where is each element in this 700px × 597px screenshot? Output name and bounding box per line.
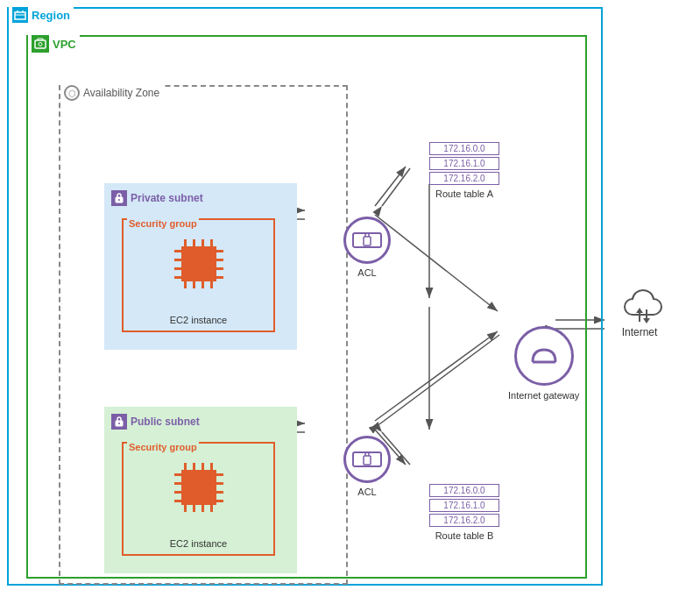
pin xyxy=(174,491,181,494)
svg-rect-30 xyxy=(364,456,371,465)
svg-point-26 xyxy=(118,423,120,424)
pin xyxy=(202,239,204,246)
pin xyxy=(210,281,213,288)
private-subnet-label: Private subnet xyxy=(111,190,203,206)
chip-body xyxy=(181,470,216,505)
route-a-label: Route table A xyxy=(435,188,493,199)
az-label: ⬡ Availability Zone xyxy=(60,85,163,101)
pin xyxy=(216,267,223,270)
acl-top-container: ACL xyxy=(343,217,391,278)
pin xyxy=(184,239,187,246)
pin xyxy=(193,239,195,246)
acl-top-icon xyxy=(343,217,391,264)
private-subnet-text: Private subnet xyxy=(131,192,203,204)
az-box: ⬡ Availability Zone Private subn xyxy=(59,85,348,585)
route-table-b: 172.16.0.0 172.16.1.0 172.16.2.0 Route t… xyxy=(429,484,499,541)
pin xyxy=(193,281,195,288)
public-ec2-label: EC2 instance xyxy=(124,538,273,549)
pin xyxy=(216,259,223,261)
route-a-ip3: 172.16.2.0 xyxy=(429,172,499,185)
pin xyxy=(202,463,204,470)
pin xyxy=(174,482,181,485)
route-a-ip2: 172.16.1.0 xyxy=(429,157,499,170)
private-ec2-chip xyxy=(173,238,225,290)
pin xyxy=(174,259,181,261)
acl-bottom-container: ACL xyxy=(343,436,391,497)
pin xyxy=(216,482,223,485)
public-subnet: Public subnet Security group xyxy=(104,407,297,573)
route-b-ip3: 172.16.2.0 xyxy=(429,514,499,527)
pin xyxy=(216,276,223,279)
route-a-ip1: 172.16.0.0 xyxy=(429,142,499,155)
public-security-group: Security group xyxy=(122,442,275,556)
region-text: Region xyxy=(32,9,70,22)
svg-marker-35 xyxy=(643,318,650,323)
vpc-box: VPC ⬡ Availability Zone xyxy=(26,35,587,579)
pin xyxy=(184,505,187,512)
pin xyxy=(184,281,187,288)
pin xyxy=(216,250,223,252)
vpc-icon xyxy=(32,35,49,53)
internet-label: Internet xyxy=(622,326,658,338)
pin xyxy=(174,473,181,476)
vpc-label: VPC xyxy=(28,35,80,53)
public-subnet-icon xyxy=(111,414,127,430)
public-subnet-text: Public subnet xyxy=(131,416,200,428)
pin xyxy=(210,239,213,246)
region-box: Region VPC ⬡ Availability Zone xyxy=(7,7,603,586)
acl-top-label: ACL xyxy=(357,267,376,278)
igw-icon xyxy=(514,326,574,386)
route-b-ip1: 172.16.0.0 xyxy=(429,484,499,497)
pin xyxy=(174,500,181,502)
pin xyxy=(216,491,223,494)
region-label: Region xyxy=(9,7,74,23)
pin xyxy=(210,505,213,512)
pin xyxy=(193,505,195,512)
private-ec2-label: EC2 instance xyxy=(124,315,273,325)
svg-rect-21 xyxy=(35,40,46,48)
route-b-ip2: 172.16.1.0 xyxy=(429,499,499,512)
public-security-group-label: Security group xyxy=(127,442,199,452)
private-security-group-label: Security group xyxy=(127,218,199,229)
internet-cloud-icon xyxy=(613,285,666,324)
public-ec2-chip xyxy=(173,461,225,514)
diagram: Region VPC ⬡ Availability Zone xyxy=(0,0,700,597)
private-security-group: Security group xyxy=(122,218,275,332)
route-b-label: Route table B xyxy=(435,530,494,541)
region-icon xyxy=(12,7,28,23)
acl-bottom-label: ACL xyxy=(357,487,376,497)
igw-container: Internet gateway xyxy=(508,326,579,402)
pin xyxy=(202,281,204,288)
svg-rect-17 xyxy=(15,12,25,19)
public-subnet-label: Public subnet xyxy=(111,414,200,430)
route-table-a: 172.16.0.0 172.16.1.0 172.16.2.0 Route t… xyxy=(429,142,499,199)
private-subnet-icon xyxy=(111,190,127,206)
svg-rect-28 xyxy=(364,237,371,245)
svg-point-24 xyxy=(118,199,120,201)
pin xyxy=(216,500,223,502)
az-icon: ⬡ xyxy=(64,85,80,101)
vpc-text: VPC xyxy=(53,38,76,51)
pin xyxy=(174,276,181,279)
pin xyxy=(184,463,187,470)
pin xyxy=(202,505,204,512)
az-text: Availability Zone xyxy=(83,87,159,99)
pin xyxy=(216,473,223,476)
chip-body xyxy=(181,246,216,281)
acl-bottom-icon xyxy=(343,436,391,483)
pin xyxy=(193,463,195,470)
svg-point-22 xyxy=(39,43,42,46)
pin xyxy=(210,463,213,470)
pin xyxy=(174,250,181,252)
pin xyxy=(174,267,181,270)
igw-label: Internet gateway xyxy=(508,389,579,402)
private-subnet: Private subnet Security group xyxy=(104,183,297,350)
internet-container: Internet xyxy=(613,285,666,338)
